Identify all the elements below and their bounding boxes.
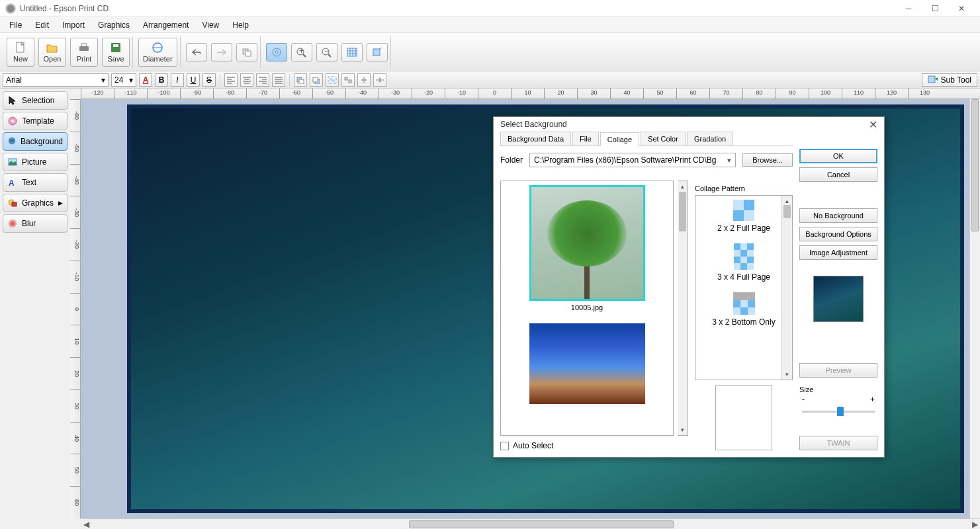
font-size-combo[interactable]: 24▾ <box>111 73 136 87</box>
thumbnail-item-selected[interactable]: 10005.jpg <box>529 185 645 311</box>
undo-button[interactable] <box>186 43 207 61</box>
thumbnail-item[interactable] <box>529 323 645 404</box>
zoom-in-button[interactable]: + <box>291 43 312 61</box>
zoom-out-button[interactable]: − <box>316 43 337 61</box>
thumbnail-list[interactable]: 10005.jpg <box>500 181 674 436</box>
cancel-button[interactable]: Cancel <box>799 167 877 182</box>
print-button[interactable]: Print <box>70 38 98 67</box>
dialog-close-button[interactable]: ✕ <box>869 118 877 131</box>
bold-button[interactable]: B <box>155 73 168 87</box>
minimize-button[interactable]: ─ <box>895 1 922 17</box>
save-button[interactable]: Save <box>102 38 130 67</box>
graphics-tool[interactable]: Graphics▶ <box>3 194 67 212</box>
blur-tool[interactable]: Blur <box>3 214 67 233</box>
font-color-button[interactable]: A <box>139 73 152 87</box>
svg-rect-44 <box>313 77 318 82</box>
svg-rect-1 <box>79 46 89 51</box>
center-v-button[interactable] <box>373 73 386 87</box>
app-icon <box>5 3 16 14</box>
menu-view[interactable]: View <box>195 19 226 32</box>
menu-arrangement[interactable]: Arrangement <box>136 19 195 32</box>
browse-button[interactable]: Browse... <box>742 153 793 167</box>
background-options-button[interactable]: Background Options <box>799 227 877 241</box>
hscroll-left[interactable]: ◀ <box>81 519 91 529</box>
tab-set-color[interactable]: Set Color <box>641 132 686 145</box>
send-back-button[interactable] <box>310 73 323 87</box>
align-justify-button[interactable] <box>272 73 285 87</box>
horizontal-scrollbar[interactable] <box>91 519 969 529</box>
twain-button[interactable]: TWAIN <box>799 436 877 450</box>
horizontal-ruler: -120-110-100-90-80-70-60-50-40-30-20-100… <box>81 89 980 99</box>
menu-file[interactable]: File <box>3 19 28 32</box>
folder-path-combo[interactable]: C:\Program Files (x86)\Epson Software\Pr… <box>529 153 736 167</box>
no-background-button[interactable]: No Background <box>799 208 877 223</box>
redo-button[interactable] <box>211 43 232 61</box>
background-tool[interactable]: Background <box>3 132 67 151</box>
subtool-button[interactable]: Sub Tool <box>922 73 977 87</box>
title-bar: Untitled - Epson Print CD ─ ☐ ✕ <box>0 0 980 17</box>
pattern-3x2-bottom[interactable]: 3 x 2 Bottom Only <box>698 292 789 327</box>
picture-tool[interactable]: Picture <box>3 153 67 171</box>
window-title: Untitled - Epson Print CD <box>20 4 895 13</box>
copy-button[interactable] <box>236 43 257 61</box>
text-tool[interactable]: AText <box>3 173 67 192</box>
maximize-button[interactable]: ☐ <box>922 1 948 17</box>
tab-gradation[interactable]: Gradation <box>687 132 733 145</box>
tab-file[interactable]: File <box>572 132 599 145</box>
tab-background-data[interactable]: Background Data <box>500 132 571 145</box>
text-toolbar: Arial▾ 24▾ A B I U S Sub Tool <box>0 71 980 89</box>
align-left-button[interactable] <box>224 73 238 87</box>
menu-help[interactable]: Help <box>226 19 255 32</box>
align-center-button[interactable] <box>240 73 253 87</box>
tab-collage[interactable]: Collage <box>600 132 639 146</box>
left-tool-panel: Selection Template Background Picture AT… <box>0 89 70 529</box>
diameter-button[interactable]: Diameter <box>138 38 177 67</box>
center-h-button[interactable] <box>357 73 371 87</box>
collage-pattern-label: Collage Pattern <box>695 181 793 195</box>
italic-button[interactable]: I <box>171 73 184 87</box>
svg-text:−: − <box>324 47 329 56</box>
hscroll-right[interactable]: ▶ <box>969 519 980 529</box>
vertical-scrollbar[interactable] <box>969 99 980 518</box>
svg-rect-4 <box>113 44 118 47</box>
pattern-scrollbar[interactable]: ▴ ▾ <box>781 196 792 380</box>
ungroup-button[interactable] <box>341 73 355 87</box>
font-combo[interactable]: Arial▾ <box>3 73 109 87</box>
pattern-3x4[interactable]: 3 x 4 Full Page <box>698 243 789 282</box>
auto-select-checkbox[interactable] <box>500 442 509 450</box>
guides-button[interactable] <box>367 43 388 61</box>
thumbnail-scrollbar[interactable]: ▴ ▾ <box>678 181 688 436</box>
image-adjustment-button[interactable]: Image Adjustment <box>799 245 877 260</box>
menu-import[interactable]: Import <box>56 19 91 32</box>
size-slider[interactable] <box>802 405 875 419</box>
pattern-2x2[interactable]: 2 x 2 Full Page <box>698 200 789 233</box>
disc-view-button[interactable] <box>266 43 287 61</box>
svg-point-54 <box>11 120 14 122</box>
dialog-tabs: Background Data File Collage Set Color G… <box>500 132 793 146</box>
menu-edit[interactable]: Edit <box>28 19 56 32</box>
align-right-button[interactable] <box>256 73 269 87</box>
svg-rect-59 <box>12 202 17 206</box>
ok-button[interactable]: OK <box>799 149 877 163</box>
template-tool[interactable]: Template <box>3 112 67 130</box>
svg-rect-2 <box>81 44 87 46</box>
collage-pattern-list[interactable]: 2 x 2 Full Page 3 x 4 Full Page 3 x 2 B <box>695 195 793 380</box>
svg-rect-47 <box>332 79 335 82</box>
menu-graphics[interactable]: Graphics <box>91 19 136 32</box>
preview-button[interactable]: Preview <box>799 363 877 378</box>
svg-rect-49 <box>349 80 351 83</box>
svg-rect-42 <box>299 79 304 84</box>
grid-button[interactable] <box>341 43 363 61</box>
svg-text:+: + <box>299 47 304 56</box>
svg-point-10 <box>275 51 278 54</box>
new-button[interactable]: New <box>7 38 34 67</box>
svg-rect-48 <box>345 77 347 80</box>
bring-front-button[interactable] <box>294 73 307 87</box>
group-button[interactable] <box>326 73 339 87</box>
underline-button[interactable]: U <box>187 73 200 87</box>
svg-text:A: A <box>9 179 15 188</box>
close-button[interactable]: ✕ <box>948 1 975 17</box>
strike-button[interactable]: S <box>202 73 216 87</box>
open-button[interactable]: Open <box>38 38 66 67</box>
selection-tool[interactable]: Selection <box>3 91 67 110</box>
